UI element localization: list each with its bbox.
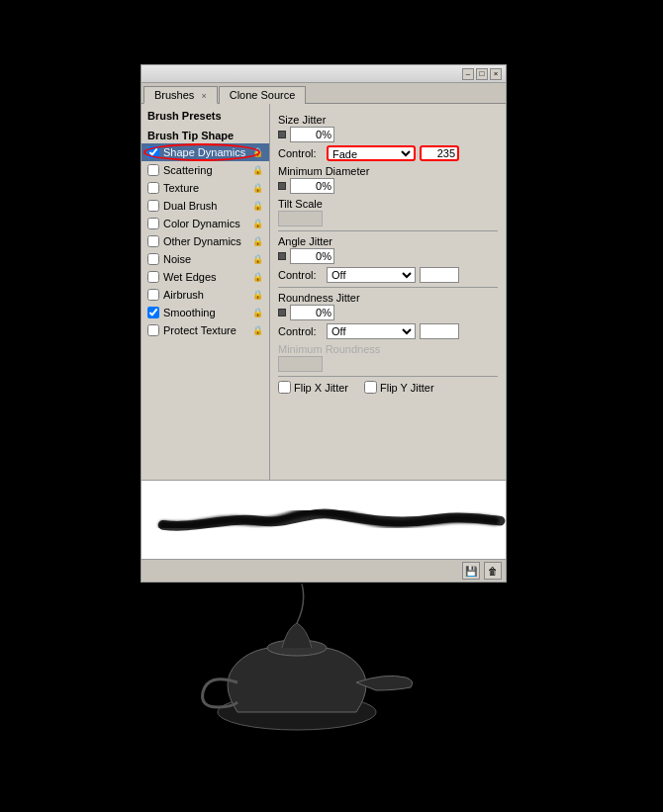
protect-texture-label: Protect Texture <box>163 324 237 336</box>
tab-clone-source[interactable]: Clone Source <box>219 86 307 104</box>
control-off-row-1: Control: Off Fade Pen Pressure Pen Tilt <box>278 267 498 283</box>
left-item-other-dynamics[interactable]: Other Dynamics 🔒 <box>142 232 269 250</box>
left-item-texture[interactable]: Texture 🔒 <box>142 179 269 197</box>
flip-checkboxes-row: Flip X Jitter Flip Y Jitter <box>278 381 498 394</box>
tilt-scale-input <box>278 211 323 226</box>
size-jitter-row <box>278 127 498 142</box>
left-item-wet-edges[interactable]: Wet Edges 🔒 <box>142 268 269 286</box>
left-item-color-dynamics[interactable]: Color Dynamics 🔒 <box>142 215 269 232</box>
wet-edges-label: Wet Edges <box>163 271 217 283</box>
minimize-button[interactable]: – <box>462 68 474 80</box>
control-off-label-2: Control: <box>278 325 323 337</box>
tilt-scale-row <box>278 211 498 226</box>
min-diameter-input[interactable] <box>290 178 334 194</box>
bottom-bar: 💾 🗑 <box>142 559 506 582</box>
roundness-jitter-slider-thumb[interactable] <box>278 309 286 316</box>
left-item-noise[interactable]: Noise 🔒 <box>142 250 269 268</box>
min-diameter-label: Minimum Diameter <box>278 165 498 177</box>
title-bar-controls: – □ × <box>462 68 502 80</box>
lock-icon-wet-edges: 🔒 <box>252 272 263 282</box>
scattering-checkbox[interactable] <box>147 164 159 176</box>
lock-icon-dual-brush: 🔒 <box>252 201 263 211</box>
flip-y-item: Flip Y Jitter <box>364 381 434 394</box>
min-diameter-slider-thumb[interactable] <box>278 182 286 190</box>
dual-brush-label: Dual Brush <box>163 200 217 212</box>
shape-dynamics-label: Shape Dynamics <box>163 146 245 158</box>
lock-icon-airbrush: 🔒 <box>252 290 263 300</box>
maximize-button[interactable]: □ <box>476 68 488 80</box>
flip-x-label: Flip X Jitter <box>294 382 348 394</box>
control-fade-num-input[interactable] <box>420 145 459 161</box>
min-roundness-input <box>278 356 323 372</box>
min-roundness-label: Minimum Roundness <box>278 343 498 355</box>
texture-checkbox[interactable] <box>147 182 159 194</box>
tab-bar: Brushes × Clone Source <box>142 83 506 104</box>
control-fade-label: Control: <box>278 147 323 159</box>
title-bar: – □ × <box>142 65 506 83</box>
dual-brush-checkbox[interactable] <box>147 200 159 212</box>
tab-close-icon[interactable]: × <box>201 91 206 101</box>
lock-icon-protect-texture: 🔒 <box>252 325 263 335</box>
brush-presets-title: Brush Presets <box>142 108 269 126</box>
lock-icon-other-dynamics: 🔒 <box>252 236 263 246</box>
airbrush-checkbox[interactable] <box>147 289 159 301</box>
brush-stroke-svg <box>142 481 506 559</box>
close-button[interactable]: × <box>490 68 502 80</box>
flip-x-checkbox[interactable] <box>278 381 291 394</box>
size-jitter-slider-thumb[interactable] <box>278 131 286 138</box>
angle-jitter-slider-thumb[interactable] <box>278 252 286 260</box>
lock-icon-smoothing: 🔒 <box>252 308 263 317</box>
brush-tip-shape-title: Brush Tip Shape <box>142 128 269 143</box>
smoothing-label: Smoothing <box>163 307 216 318</box>
control-fade-row: Control: Fade Off Pen Pressure Pen Tilt … <box>278 145 498 161</box>
tilt-scale-label: Tilt Scale <box>278 198 498 210</box>
flip-x-item: Flip X Jitter <box>278 381 348 394</box>
tab-brushes[interactable]: Brushes × <box>143 86 218 104</box>
control-fade-select[interactable]: Fade Off Pen Pressure Pen Tilt Stylus Wh… <box>327 145 416 161</box>
left-item-protect-texture[interactable]: Protect Texture 🔒 <box>142 321 269 339</box>
lock-icon-texture: 🔒 <box>252 183 263 193</box>
wet-edges-checkbox[interactable] <box>147 271 159 283</box>
color-dynamics-checkbox[interactable] <box>147 218 159 229</box>
color-dynamics-label: Color Dynamics <box>163 218 240 229</box>
save-icon[interactable]: 💾 <box>462 562 480 580</box>
brush-dialog: – □ × Brushes × Clone Source Brush Prese… <box>141 64 507 583</box>
angle-jitter-input[interactable] <box>290 248 334 264</box>
divider-1 <box>278 230 498 231</box>
dialog-body: Brush Presets Brush Tip Shape Shape Dyna… <box>142 104 506 480</box>
angle-jitter-label: Angle Jitter <box>278 235 498 247</box>
control-off-label-1: Control: <box>278 269 323 281</box>
size-jitter-label: Size Jitter <box>278 114 498 126</box>
lock-icon-noise: 🔒 <box>252 254 263 264</box>
min-roundness-row <box>278 356 498 372</box>
right-panel: Size Jitter Control: Fade Off Pen Pressu… <box>270 104 506 480</box>
left-item-airbrush[interactable]: Airbrush 🔒 <box>142 286 269 304</box>
other-dynamics-checkbox[interactable] <box>147 235 159 247</box>
texture-label: Texture <box>163 182 199 194</box>
shape-dynamics-checkbox[interactable] <box>147 146 159 158</box>
lock-icon-scattering: 🔒 <box>252 165 263 175</box>
left-item-dual-brush[interactable]: Dual Brush 🔒 <box>142 197 269 215</box>
divider-2 <box>278 287 498 288</box>
flip-y-label: Flip Y Jitter <box>380 382 434 394</box>
left-item-scattering[interactable]: Scattering 🔒 <box>142 161 269 179</box>
control-off-select-1[interactable]: Off Fade Pen Pressure Pen Tilt <box>327 267 416 283</box>
divider-3 <box>278 376 498 377</box>
angle-jitter-row <box>278 248 498 264</box>
roundness-jitter-input[interactable] <box>290 305 334 320</box>
left-item-shape-dynamics[interactable]: Shape Dynamics 🔒 <box>142 143 269 161</box>
flip-y-checkbox[interactable] <box>364 381 377 394</box>
control-off-row-2: Control: Off Fade Pen Pressure Pen Tilt <box>278 323 498 339</box>
other-dynamics-label: Other Dynamics <box>163 235 241 247</box>
control-off-num-1[interactable] <box>420 267 459 283</box>
left-panel: Brush Presets Brush Tip Shape Shape Dyna… <box>142 104 270 480</box>
noise-checkbox[interactable] <box>147 253 159 265</box>
delete-icon[interactable]: 🗑 <box>484 562 502 580</box>
control-off-select-2[interactable]: Off Fade Pen Pressure Pen Tilt <box>327 323 416 339</box>
control-off-num-2[interactable] <box>420 323 459 339</box>
left-item-smoothing[interactable]: Smoothing 🔒 <box>142 304 269 321</box>
protect-texture-checkbox[interactable] <box>147 324 159 336</box>
roundness-jitter-label: Roundness Jitter <box>278 292 498 304</box>
size-jitter-input[interactable] <box>290 127 334 142</box>
smoothing-checkbox[interactable] <box>147 307 159 318</box>
